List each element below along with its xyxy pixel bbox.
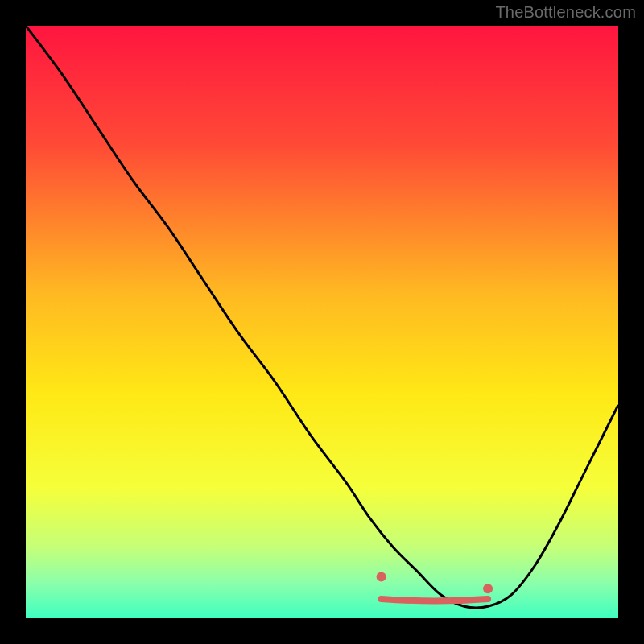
plot-area [26,26,618,618]
highlight-dot [377,572,386,581]
watermark-text: TheBottleneck.com [495,3,636,22]
highlight-dot [483,584,493,593]
highlight-segment [382,599,488,601]
curve-line [26,26,618,608]
bottleneck-curve [26,26,618,618]
chart-container: TheBottleneck.com [0,0,644,644]
